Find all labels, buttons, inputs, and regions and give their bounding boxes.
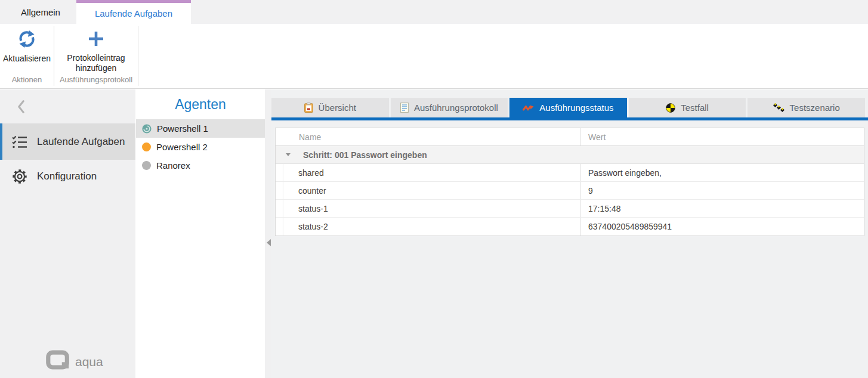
refresh-button-label: Aktualisieren (3, 54, 51, 64)
row-name: counter (283, 186, 326, 196)
agent-busy-icon (142, 124, 152, 134)
document-icon (400, 103, 409, 113)
table-row[interactable]: shared Passwort eingeben, (276, 164, 864, 182)
refresh-button[interactable]: Aktualisieren (0, 27, 54, 73)
agents-panel-title: Agenten (136, 89, 265, 119)
tab-label: Testszenario (790, 103, 840, 113)
ribbon: Aktualisieren Aktionen Protokolleintrag … (0, 24, 868, 89)
ribbon-group-ausfuehrungsprotokoll: Protokolleintrag hinzufügen Ausführungsp… (54, 26, 138, 86)
column-header-name[interactable]: Name (276, 128, 580, 145)
task-list-icon (11, 135, 29, 149)
active-tab-underline (271, 117, 868, 120)
ribbon-tab-label: Laufende Aufgaben (95, 8, 172, 18)
tab-label: Testfall (681, 103, 709, 113)
tab-ausfuehrungsstatus[interactable]: Ausführungsstatus (509, 98, 627, 117)
row-name: status-1 (283, 204, 328, 213)
sidebar-item-label: Konfiguration (37, 171, 97, 182)
ribbon-group-caption: Ausführungsprotokoll (54, 75, 138, 84)
pulse-icon (523, 104, 534, 112)
table-row[interactable]: counter 9 (276, 182, 864, 200)
row-indent (276, 164, 283, 181)
ribbon-group-caption: Aktionen (0, 75, 54, 84)
detail-tab-strip: Übersicht Ausführungsprotokoll (271, 98, 865, 117)
aqua-logo-text: aqua (75, 355, 103, 369)
tab-label: Ausführungsstatus (539, 103, 613, 113)
ribbon-tab-allgemein[interactable]: Allgemein (5, 0, 76, 24)
agent-row-powershell-2[interactable]: Powershell 2 (136, 138, 265, 156)
column-header-wert[interactable]: Wert (580, 128, 864, 145)
testscenario-icon (773, 103, 784, 113)
sidebar-item-label: Laufende Aufgaben (37, 136, 125, 148)
agent-row-powershell-1[interactable]: Powershell 1 (136, 119, 265, 138)
panel-splitter[interactable] (265, 89, 271, 378)
sidebar-item-laufende-aufgaben[interactable]: Laufende Aufgaben (0, 123, 135, 160)
agent-label: Ranorex (156, 160, 190, 171)
tab-label: Übersicht (319, 103, 356, 113)
splitter-collapse-icon[interactable] (267, 239, 271, 246)
chevron-left-icon (16, 99, 26, 117)
group-header-label: Schritt: 001 Passwort eingeben (303, 150, 427, 160)
tab-ausfuehrungsprotokoll[interactable]: Ausführungsprotokoll (391, 98, 508, 117)
ribbon-tab-band: Allgemein Laufende Aufgaben (0, 0, 868, 24)
clipboard-icon (304, 103, 313, 113)
row-name: status-2 (283, 222, 328, 231)
testcase-icon (666, 103, 675, 113)
table-group-row[interactable]: Schritt: 001 Passwort eingeben (276, 146, 864, 164)
sidebar-collapse-button[interactable] (12, 99, 30, 117)
sidebar-item-konfiguration[interactable]: Konfiguration (0, 160, 135, 193)
add-protocol-entry-label: Protokolleintrag hinzufügen (54, 53, 138, 73)
agent-label: Powershell 1 (157, 123, 208, 134)
row-value: Passwort eingeben, (580, 164, 864, 181)
plus-icon (87, 27, 105, 50)
agents-panel: Agenten Powershell 1 Powershell 2 Ranore… (136, 89, 265, 378)
add-protocol-entry-button[interactable]: Protokolleintrag hinzufügen (54, 27, 138, 73)
aqua-logo-icon (45, 350, 72, 373)
tab-testfall[interactable]: Testfall (629, 98, 746, 117)
table-row[interactable]: status-2 637400205489859941 (276, 218, 864, 236)
tab-testszenario[interactable]: Testszenario (747, 98, 865, 117)
tab-uebersicht[interactable]: Übersicht (271, 98, 389, 117)
collapse-group-icon[interactable] (286, 153, 291, 156)
ribbon-tab-label: Allgemein (21, 7, 60, 17)
agent-label: Powershell 2 (156, 142, 208, 152)
row-value: 17:15:48 (580, 200, 864, 217)
row-indent (276, 182, 283, 199)
agent-row-ranorex[interactable]: Ranorex (136, 156, 265, 175)
row-value: 637400205489859941 (580, 218, 864, 236)
main-area: Laufende Aufgaben Konfiguration aqua (0, 89, 868, 378)
sidebar: Laufende Aufgaben Konfiguration aqua (0, 89, 135, 378)
row-value: 9 (580, 182, 864, 199)
refresh-icon (17, 27, 36, 51)
row-indent (276, 200, 283, 217)
row-indent (276, 218, 283, 236)
table-header-row: Name Wert (276, 128, 864, 146)
gear-icon (11, 168, 29, 185)
ribbon-group-aktionen: Aktualisieren Aktionen (0, 26, 54, 86)
tab-label: Ausführungsprotokoll (414, 103, 498, 113)
status-table: Name Wert Schritt: 001 Passwort eingeben… (275, 128, 864, 236)
aqua-logo: aqua (45, 350, 103, 373)
agent-online-icon (142, 142, 151, 151)
agent-offline-icon (142, 161, 151, 170)
detail-panel: Übersicht Ausführungsprotokoll (271, 89, 868, 378)
ribbon-tab-laufende-aufgaben[interactable]: Laufende Aufgaben (76, 0, 191, 24)
row-name: shared (283, 168, 324, 178)
table-row[interactable]: status-1 17:15:48 (276, 200, 864, 218)
